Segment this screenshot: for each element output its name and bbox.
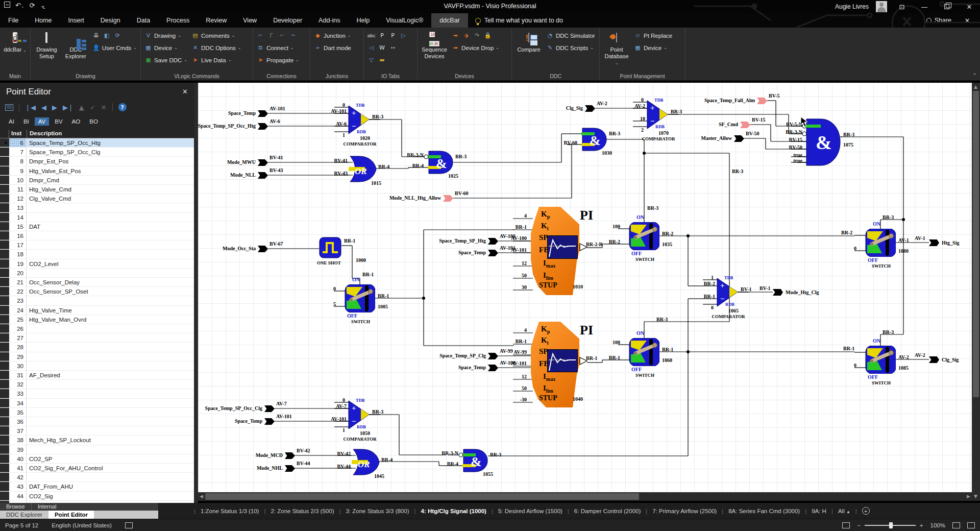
tagarr-icon[interactable]: ➦ [452,32,459,39]
row-description[interactable]: CO2_Sig_For_AHU_Control [27,464,194,472]
page-tab-1[interactable]: 1:Zone Status 1/3 (10) [201,508,259,514]
vdraw-icon[interactable]: V [144,32,152,39]
switch-block-1085[interactable] [854,346,896,374]
tab-help[interactable]: Help [349,13,378,28]
point-row-33[interactable]: 33 [0,389,194,398]
row-description[interactable]: Space_Temp_SP_Occ_Clg [27,148,194,156]
tabr-icon[interactable]: ▷ [400,32,407,39]
row-description[interactable] [27,250,194,258]
proofing-icon[interactable] [125,522,133,528]
first-record-icon[interactable]: ❘◀ [25,104,36,111]
row-description[interactable]: Dmpr_Cmd [27,176,194,184]
point-row-25[interactable]: 25Htg_Valve_Man_Ovrd [0,315,194,324]
row-description[interactable] [27,343,194,351]
point-row-8[interactable]: 8Dmpr_Est_Pos [0,157,194,166]
point-row-24[interactable]: 24Htg_Valve_Time [0,306,194,315]
row-description[interactable] [27,361,194,370]
tab-add-ins[interactable]: Add-ins [310,13,348,28]
page-tab-2[interactable]: 2: Zone Status 2/3 (500) [271,508,334,514]
zoom-thumb[interactable] [889,522,893,528]
pup-icon[interactable]: P [389,32,397,39]
avatar[interactable] [876,1,887,12]
button-dart-mode[interactable]: ➢Dart mode [312,42,353,53]
button-comments[interactable]: ▤Comments⌄ [190,30,242,41]
page-tab-5[interactable]: 5: Desired Airflow (1500) [498,508,562,514]
point-row-7[interactable]: 7Space_Temp_SP_Occ_Clg [0,148,194,157]
button-ddc-simulator[interactable]: ◔DDC Simulator [545,30,597,41]
row-description[interactable]: Space_Temp_SP_Occ_Htg [27,138,194,147]
point-tab-av[interactable]: AV [35,117,50,126]
switch-block-1035[interactable] [618,222,659,250]
button-drawing-setup[interactable]: DrawingSetup [33,29,61,61]
point-row-22[interactable]: 22Occ_Sensor_SP_Oset [0,287,194,296]
button-propagate[interactable]: ➤Propagate⌄ [255,55,301,65]
row-description[interactable] [27,408,194,417]
bars-icon[interactable]: ▬ [378,56,386,64]
tell-me-box[interactable]: Tell me what you want to do [468,13,570,28]
conn1-icon[interactable]: ⌐ [257,32,264,39]
point-row-37[interactable]: 37 [0,426,194,436]
point-row-41[interactable]: 41CO2_Sig_For_AHU_Control [0,464,194,473]
lock-icon[interactable]: 🔒 [484,32,492,39]
drawing-canvas[interactable]: Space_TempAV-101Space_Temp_SP_Occ_HtgAV-… [198,83,972,492]
tab-file[interactable]: File [0,13,27,28]
point-row-6[interactable]: 6Space_Temp_SP_Occ_Htg [0,138,194,148]
point-row-13[interactable]: 13 [0,203,194,212]
point-tab-ao[interactable]: AO [68,117,84,126]
row-description[interactable]: Htg_Valve_Man_Ovrd [27,315,194,324]
row-description[interactable] [27,389,194,398]
dock-tab-point-editor[interactable]: Point Editor [48,511,94,519]
row-description[interactable] [27,380,194,389]
browse-tab-internal[interactable]: Internal [31,503,63,511]
point-tab-bi[interactable]: BI [20,117,33,126]
presentation-mode-icon[interactable] [842,522,850,528]
vertical-scrollbar[interactable]: ▲ ▼ [972,83,980,501]
point-row-30[interactable]: 30 [0,361,194,371]
binoc-icon[interactable]: ⌭ [634,32,642,39]
conn2-icon[interactable]: Γ [267,32,275,39]
button-ddc-scripts[interactable]: ✎DDC Scripts⌄ [545,42,597,53]
scripts-icon[interactable]: ✎ [546,44,554,52]
button-device-drop[interactable]: ➦Device Drop⌄ [450,42,501,53]
row-description[interactable]: AF_Desired [27,371,194,379]
row-description[interactable]: CO2_Level [27,259,194,268]
redo-icon[interactable]: ↷ [473,32,481,39]
win-icon[interactable]: ◧ [103,32,111,39]
zoom-out-icon[interactable]: − [857,522,861,528]
tab-data[interactable]: Data [129,13,158,28]
point-row-32[interactable]: 32 [0,380,194,389]
scroll-down-icon[interactable]: ▼ [974,493,977,500]
point-row-9[interactable]: 9Htg_Valve_Est_Pos [0,166,194,176]
close-button[interactable]: ✕ [962,3,977,11]
tabl-icon[interactable]: ◁ [368,44,375,52]
panel-splitter[interactable] [194,83,198,503]
row-description[interactable] [27,269,194,277]
point-row-34[interactable]: 34 [0,399,194,408]
tools-icon[interactable]: ✕ [191,44,199,52]
point-row-23[interactable]: 23 [0,296,194,305]
row-description[interactable] [27,213,194,222]
horizontal-scrollbar[interactable]: ◀ ▶ [198,492,972,501]
row-description[interactable]: Clg_Valve_Cmd [27,194,194,203]
point-row-39[interactable]: 39 [0,445,194,454]
page-tab-6[interactable]: 6: Damper Control (2000) [574,508,641,514]
point-row-16[interactable]: 16 [0,231,194,240]
point-row-36[interactable]: 36 [0,417,194,426]
button-pt-replace[interactable]: ⌭Pt Replace [632,30,674,41]
droplet-icon[interactable]: ⬗ [462,32,470,39]
scroll-up-icon[interactable]: ▲ [974,84,977,90]
point-tab-ai[interactable]: AI [5,117,18,126]
devbox-icon[interactable]: ▦ [144,44,152,52]
row-description[interactable] [27,473,194,481]
point-row-35[interactable]: 35 [0,408,194,417]
row-description[interactable] [27,445,194,454]
row-description[interactable] [27,296,194,305]
row-description[interactable]: Occ_Sensor_SP_Oset [27,287,194,296]
restore-button[interactable] [939,3,954,11]
row-description[interactable] [27,324,194,333]
vscroll-thumb[interactable] [973,91,979,397]
point-row-26[interactable]: 26 [0,324,194,333]
winsync-icon[interactable]: ⟳ [114,32,121,39]
point-row-12[interactable]: 12Clg_Valve_Cmd [0,194,194,203]
all-pages-button[interactable]: All ▲ [838,508,850,514]
